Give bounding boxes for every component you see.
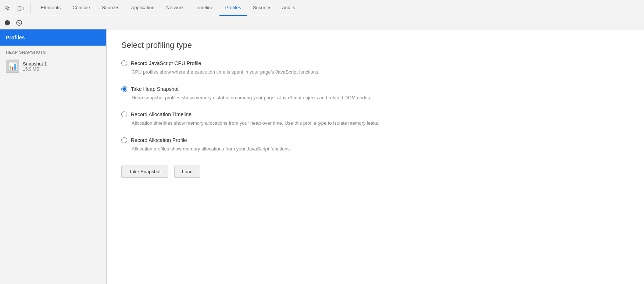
tab-timeline[interactable]: Timeline	[190, 0, 219, 16]
option-cpu-profile-header: Record JavaScript CPU Profile	[121, 60, 629, 66]
svg-rect-1	[21, 7, 23, 10]
record-button[interactable]	[3, 18, 12, 27]
second-toolbar	[0, 16, 644, 29]
main-layout: Profiles HEAP SNAPSHOTS 📊 Snapshot 1 15.…	[0, 29, 644, 284]
tab-application[interactable]: Application	[125, 0, 161, 16]
svg-point-2	[5, 20, 10, 25]
label-cpu-profile[interactable]: Record JavaScript CPU Profile	[131, 60, 201, 66]
device-icon[interactable]	[15, 3, 26, 13]
tool-icons	[3, 3, 31, 13]
content-title: Select profiling type	[121, 40, 629, 50]
snapshot-icon: 📊	[6, 60, 19, 73]
option-heap-snapshot: Take Heap Snapshot Heap snapshot profile…	[121, 86, 629, 102]
tab-security[interactable]: Security	[247, 0, 276, 16]
buttons-row: Take Snapshot Load	[121, 166, 629, 178]
tab-sources[interactable]: Sources	[96, 0, 125, 16]
option-allocation-timeline: Record Allocation Timeline Allocation ti…	[121, 111, 629, 127]
tab-network[interactable]: Network	[160, 0, 190, 16]
label-heap-snapshot[interactable]: Take Heap Snapshot	[131, 86, 179, 92]
radio-cpu-profile[interactable]	[121, 60, 127, 66]
desc-cpu-profile: CPU profiles show where the execution ti…	[121, 68, 629, 76]
option-cpu-profile: Record JavaScript CPU Profile CPU profil…	[121, 60, 629, 76]
svg-line-4	[18, 21, 21, 24]
option-allocation-timeline-header: Record Allocation Timeline	[121, 111, 629, 117]
tabs-bar: Elements Console Sources Application Net…	[35, 0, 301, 16]
inspect-icon[interactable]	[3, 3, 13, 13]
radio-heap-snapshot[interactable]	[121, 86, 127, 92]
radio-allocation-timeline[interactable]	[121, 111, 127, 117]
tab-console[interactable]: Console	[67, 0, 96, 16]
load-button[interactable]: Load	[174, 166, 200, 178]
sidebar-header: Profiles	[0, 29, 106, 46]
label-allocation-profile[interactable]: Record Allocation Profile	[131, 137, 187, 143]
snapshot-item[interactable]: 📊 Snapshot 1 15.9 MB	[0, 57, 106, 76]
desc-allocation-profile: Allocation profiles show memory allocati…	[121, 145, 629, 153]
tab-audits[interactable]: Audits	[276, 0, 301, 16]
desc-allocation-timeline: Allocation timelines show memory allocat…	[121, 120, 629, 127]
option-allocation-profile-header: Record Allocation Profile	[121, 137, 629, 143]
take-snapshot-button[interactable]: Take Snapshot	[121, 166, 168, 178]
option-allocation-profile: Record Allocation Profile Allocation pro…	[121, 137, 629, 153]
content-area: Select profiling type Record JavaScript …	[107, 29, 644, 284]
sidebar-section-label: HEAP SNAPSHOTS	[0, 46, 106, 57]
option-heap-snapshot-header: Take Heap Snapshot	[121, 86, 629, 92]
tab-elements[interactable]: Elements	[35, 0, 67, 16]
sidebar: Profiles HEAP SNAPSHOTS 📊 Snapshot 1 15.…	[0, 29, 107, 284]
clear-button[interactable]	[15, 18, 24, 27]
desc-heap-snapshot: Heap snapshot profiles show memory distr…	[121, 94, 629, 102]
snapshot-info: Snapshot 1 15.9 MB	[23, 61, 47, 72]
snapshot-name: Snapshot 1	[23, 61, 47, 67]
snapshot-size: 15.9 MB	[23, 67, 47, 72]
top-toolbar: Elements Console Sources Application Net…	[0, 0, 644, 16]
radio-allocation-profile[interactable]	[121, 137, 127, 143]
tab-profiles[interactable]: Profiles	[219, 0, 247, 16]
label-allocation-timeline[interactable]: Record Allocation Timeline	[131, 111, 192, 117]
svg-rect-0	[18, 6, 21, 10]
